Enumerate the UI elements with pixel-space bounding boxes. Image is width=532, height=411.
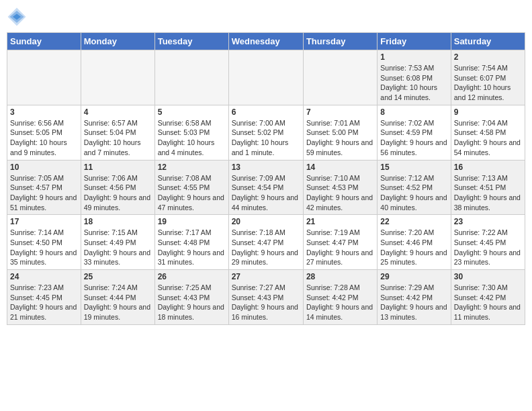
day-info: Sunrise: 7:54 AM Sunset: 6:07 PM Dayligh…	[454, 63, 522, 103]
logo-icon	[7, 7, 27, 27]
day-number: 20	[232, 217, 300, 226]
day-number: 6	[232, 107, 300, 117]
day-info: Sunrise: 7:28 AM Sunset: 4:42 PM Dayligh…	[306, 283, 374, 322]
day-info: Sunrise: 7:00 AM Sunset: 5:02 PM Dayligh…	[232, 118, 300, 158]
calendar-cell: 21Sunrise: 7:19 AM Sunset: 4:47 PM Dayli…	[303, 215, 377, 270]
calendar-cell: 9Sunrise: 7:04 AM Sunset: 4:58 PM Daylig…	[451, 105, 525, 160]
calendar-cell: 10Sunrise: 7:05 AM Sunset: 4:57 PM Dayli…	[7, 160, 81, 215]
calendar-cell: 6Sunrise: 7:00 AM Sunset: 5:02 PM Daylig…	[228, 105, 303, 160]
day-header-friday: Friday	[378, 33, 451, 50]
day-number: 30	[454, 272, 522, 281]
day-number: 26	[158, 272, 226, 281]
calendar-cell: 18Sunrise: 7:15 AM Sunset: 4:49 PM Dayli…	[81, 215, 154, 270]
calendar-cell: 2Sunrise: 7:54 AM Sunset: 6:07 PM Daylig…	[451, 50, 525, 105]
calendar-cell: 19Sunrise: 7:17 AM Sunset: 4:48 PM Dayli…	[154, 215, 228, 270]
calendar-cell: 17Sunrise: 7:14 AM Sunset: 4:50 PM Dayli…	[7, 215, 81, 270]
day-header-saturday: Saturday	[451, 33, 525, 50]
calendar-cell	[81, 50, 154, 105]
day-number: 21	[306, 217, 374, 226]
day-info: Sunrise: 7:30 AM Sunset: 4:42 PM Dayligh…	[454, 283, 522, 322]
day-info: Sunrise: 7:15 AM Sunset: 4:49 PM Dayligh…	[84, 228, 152, 267]
day-number: 15	[380, 163, 447, 172]
day-info: Sunrise: 7:04 AM Sunset: 4:58 PM Dayligh…	[454, 118, 522, 158]
day-number: 28	[306, 272, 374, 281]
day-number: 7	[306, 107, 374, 117]
calendar-cell	[303, 50, 377, 105]
day-number: 24	[10, 272, 78, 281]
day-info: Sunrise: 7:18 AM Sunset: 4:47 PM Dayligh…	[232, 228, 300, 267]
calendar-cell: 11Sunrise: 7:06 AM Sunset: 4:56 PM Dayli…	[81, 160, 154, 215]
day-info: Sunrise: 7:09 AM Sunset: 4:54 PM Dayligh…	[232, 173, 300, 213]
calendar-cell: 3Sunrise: 6:56 AM Sunset: 5:05 PM Daylig…	[7, 105, 81, 160]
day-info: Sunrise: 7:10 AM Sunset: 4:53 PM Dayligh…	[306, 173, 374, 213]
day-info: Sunrise: 7:53 AM Sunset: 6:08 PM Dayligh…	[380, 63, 447, 103]
day-number: 29	[380, 272, 447, 281]
calendar-cell	[7, 50, 81, 105]
day-info: Sunrise: 7:13 AM Sunset: 4:51 PM Dayligh…	[454, 173, 522, 213]
calendar-cell: 5Sunrise: 6:58 AM Sunset: 5:03 PM Daylig…	[154, 105, 228, 160]
day-info: Sunrise: 6:56 AM Sunset: 5:05 PM Dayligh…	[10, 118, 78, 158]
day-header-monday: Monday	[81, 33, 154, 50]
header	[7, 7, 525, 27]
day-number: 23	[454, 217, 522, 226]
day-info: Sunrise: 7:23 AM Sunset: 4:45 PM Dayligh…	[10, 283, 78, 322]
calendar-cell: 8Sunrise: 7:02 AM Sunset: 4:59 PM Daylig…	[378, 105, 451, 160]
calendar-cell: 1Sunrise: 7:53 AM Sunset: 6:08 PM Daylig…	[378, 50, 451, 105]
calendar-cell: 28Sunrise: 7:28 AM Sunset: 4:42 PM Dayli…	[303, 270, 377, 325]
calendar-cell: 15Sunrise: 7:12 AM Sunset: 4:52 PM Dayli…	[378, 160, 451, 215]
day-info: Sunrise: 7:20 AM Sunset: 4:46 PM Dayligh…	[380, 228, 447, 267]
calendar-cell: 14Sunrise: 7:10 AM Sunset: 4:53 PM Dayli…	[303, 160, 377, 215]
day-info: Sunrise: 7:19 AM Sunset: 4:47 PM Dayligh…	[306, 228, 374, 267]
calendar-cell	[228, 50, 303, 105]
day-info: Sunrise: 7:05 AM Sunset: 4:57 PM Dayligh…	[10, 173, 78, 213]
day-number: 10	[10, 163, 78, 172]
day-number: 2	[454, 52, 522, 62]
day-info: Sunrise: 6:57 AM Sunset: 5:04 PM Dayligh…	[84, 118, 152, 158]
day-info: Sunrise: 7:25 AM Sunset: 4:43 PM Dayligh…	[158, 283, 226, 322]
calendar-cell: 7Sunrise: 7:01 AM Sunset: 5:00 PM Daylig…	[303, 105, 377, 160]
day-header-tuesday: Tuesday	[154, 33, 228, 50]
day-number: 9	[454, 107, 522, 117]
day-number: 22	[380, 217, 447, 226]
day-info: Sunrise: 7:06 AM Sunset: 4:56 PM Dayligh…	[84, 173, 152, 213]
day-number: 18	[84, 217, 152, 226]
day-number: 16	[454, 163, 522, 172]
week-row-5: 24Sunrise: 7:23 AM Sunset: 4:45 PM Dayli…	[7, 270, 525, 325]
day-number: 5	[158, 107, 226, 117]
day-info: Sunrise: 7:14 AM Sunset: 4:50 PM Dayligh…	[10, 228, 78, 267]
calendar-cell: 13Sunrise: 7:09 AM Sunset: 4:54 PM Dayli…	[228, 160, 303, 215]
day-number: 8	[380, 107, 447, 117]
day-number: 27	[232, 272, 300, 281]
day-info: Sunrise: 7:01 AM Sunset: 5:00 PM Dayligh…	[306, 118, 374, 158]
day-info: Sunrise: 6:58 AM Sunset: 5:03 PM Dayligh…	[158, 118, 226, 158]
calendar-cell: 22Sunrise: 7:20 AM Sunset: 4:46 PM Dayli…	[378, 215, 451, 270]
day-header-thursday: Thursday	[303, 33, 377, 50]
day-info: Sunrise: 7:27 AM Sunset: 4:43 PM Dayligh…	[232, 283, 300, 322]
day-info: Sunrise: 7:29 AM Sunset: 4:42 PM Dayligh…	[380, 283, 447, 322]
calendar-cell: 30Sunrise: 7:30 AM Sunset: 4:42 PM Dayli…	[451, 270, 525, 325]
day-info: Sunrise: 7:12 AM Sunset: 4:52 PM Dayligh…	[380, 173, 447, 213]
day-info: Sunrise: 7:22 AM Sunset: 4:45 PM Dayligh…	[454, 228, 522, 267]
day-header-wednesday: Wednesday	[228, 33, 303, 50]
header-row: SundayMondayTuesdayWednesdayThursdayFrid…	[7, 33, 525, 50]
calendar-table: SundayMondayTuesdayWednesdayThursdayFrid…	[7, 32, 525, 325]
day-number: 17	[10, 217, 78, 226]
day-number: 1	[380, 52, 447, 62]
day-number: 3	[10, 107, 78, 117]
calendar-cell: 25Sunrise: 7:24 AM Sunset: 4:44 PM Dayli…	[81, 270, 154, 325]
week-row-1: 1Sunrise: 7:53 AM Sunset: 6:08 PM Daylig…	[7, 50, 525, 105]
day-number: 4	[84, 107, 152, 117]
week-row-2: 3Sunrise: 6:56 AM Sunset: 5:05 PM Daylig…	[7, 105, 525, 160]
day-info: Sunrise: 7:24 AM Sunset: 4:44 PM Dayligh…	[84, 283, 152, 322]
calendar-cell: 27Sunrise: 7:27 AM Sunset: 4:43 PM Dayli…	[228, 270, 303, 325]
day-number: 12	[158, 163, 226, 172]
calendar-cell	[154, 50, 228, 105]
week-row-4: 17Sunrise: 7:14 AM Sunset: 4:50 PM Dayli…	[7, 215, 525, 270]
day-number: 14	[306, 163, 374, 172]
calendar-cell: 16Sunrise: 7:13 AM Sunset: 4:51 PM Dayli…	[451, 160, 525, 215]
calendar-cell: 24Sunrise: 7:23 AM Sunset: 4:45 PM Dayli…	[7, 270, 81, 325]
day-number: 25	[84, 272, 152, 281]
calendar-cell: 20Sunrise: 7:18 AM Sunset: 4:47 PM Dayli…	[228, 215, 303, 270]
calendar-cell: 12Sunrise: 7:08 AM Sunset: 4:55 PM Dayli…	[154, 160, 228, 215]
day-info: Sunrise: 7:02 AM Sunset: 4:59 PM Dayligh…	[380, 118, 447, 158]
